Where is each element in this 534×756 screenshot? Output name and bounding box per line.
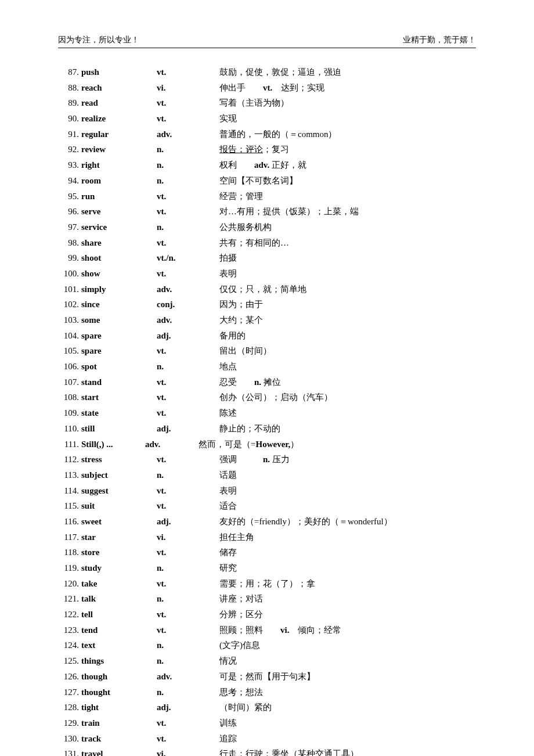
entry-word: shoot xyxy=(79,250,157,266)
entry-definition: 报告；评论；复习 xyxy=(219,142,476,157)
entry-definition: 共有；有相同的… xyxy=(219,235,476,251)
header-right: 业精于勤，荒于嬉！ xyxy=(403,35,476,45)
entry-definition: (文字)信息 xyxy=(219,638,476,653)
vocab-entry: 124.textn.(文字)信息 xyxy=(58,638,476,653)
entry-number: 101. xyxy=(58,282,79,297)
entry-number: 112. xyxy=(58,452,79,467)
entry-number: 126. xyxy=(58,669,79,685)
entry-definition: 研究 xyxy=(219,560,476,576)
entry-number: 120. xyxy=(58,576,79,592)
entry-definition: 经营；管理 xyxy=(219,189,476,204)
entry-definition: 静止的；不动的 xyxy=(219,421,476,437)
vocab-entry: 122.tellvt.分辨；区分 xyxy=(58,607,476,622)
entry-pos: n. xyxy=(157,219,219,235)
entry-number: 107. xyxy=(58,375,79,390)
entry-word: suit xyxy=(79,498,157,514)
entry-word: tell xyxy=(79,607,157,622)
entry-pos: adj. xyxy=(157,514,219,530)
entry-definition: 情况 xyxy=(219,653,476,669)
entry-word: realize xyxy=(79,111,157,127)
entry-number: 113. xyxy=(58,467,79,483)
entry-number: 123. xyxy=(58,622,79,638)
entry-definition: 空间【不可数名词】 xyxy=(219,173,476,189)
entry-definition: 友好的（=friendly）；美好的（＝wonderful） xyxy=(219,514,476,530)
entry-definition: 公共服务机构 xyxy=(219,219,476,235)
entry-pos: vt. xyxy=(157,545,219,560)
entry-number: 119. xyxy=(58,560,79,576)
vocab-entry: 105.sparevt.留出（时间） xyxy=(58,343,476,359)
entry-definition: 写着（主语为物） xyxy=(219,95,476,111)
entry-word: reach xyxy=(79,80,157,96)
vocab-entry: 129.trainvt.训练 xyxy=(58,715,476,731)
entry-definition: （时间）紧的 xyxy=(219,700,476,715)
entry-pos: vt. xyxy=(157,111,219,127)
entry-definition: 可是；然而【用于句末】 xyxy=(219,669,476,685)
entry-word: read xyxy=(79,95,157,111)
entry-word: regular xyxy=(79,127,157,142)
entry-definition: 权利 adv. 正好，就 xyxy=(219,157,476,173)
vocab-entry: 106.spotn.地点 xyxy=(58,359,476,375)
entry-word: Still(,) ... xyxy=(79,437,145,452)
entry-pos: adv. xyxy=(157,669,219,685)
vocab-entry: 119.studyn.研究 xyxy=(58,560,476,576)
vocab-entry: 101.simplyadv.仅仅；只，就；简单地 xyxy=(58,282,476,297)
vocab-entry: 90.realizevt.实现 xyxy=(58,111,476,127)
vocab-entry: 126.thoughadv.可是；然而【用于句末】 xyxy=(58,669,476,685)
entry-word: some xyxy=(79,312,157,328)
entry-number: 128. xyxy=(58,700,79,715)
page-header: 因为专注，所以专业！ 业精于勤，荒于嬉！ xyxy=(58,35,476,48)
entry-pos: n. xyxy=(157,157,219,173)
entry-definition: 担任主角 xyxy=(219,530,476,545)
entry-word: thought xyxy=(79,685,157,700)
entry-word: run xyxy=(79,189,157,204)
entry-number: 130. xyxy=(58,731,79,747)
entry-word: take xyxy=(79,576,157,592)
vocab-entry: 91.regularadv.普通的，一般的（＝common） xyxy=(58,127,476,142)
vocab-entry: 93.rightn.权利 adv. 正好，就 xyxy=(58,157,476,173)
entry-word: spot xyxy=(79,359,157,375)
vocab-entry: 109.statevt.陈述 xyxy=(58,405,476,421)
entry-number: 90. xyxy=(58,111,79,127)
entry-word: talk xyxy=(79,591,157,607)
entry-word: things xyxy=(79,653,157,669)
entry-word: subject xyxy=(79,467,157,483)
entry-pos: vt./n. xyxy=(157,250,219,266)
entry-pos: vi. xyxy=(157,80,219,96)
entry-word: still xyxy=(79,421,157,437)
vocab-entry: 88.reachvi.伸出手 vt. 达到；实现 xyxy=(58,80,476,96)
vocab-entry: 112.stressvt.强调 n. 压力 xyxy=(58,452,476,467)
vocab-entry: 100.showvt.表明 xyxy=(58,266,476,282)
entry-definition: 训练 xyxy=(219,715,476,731)
entry-pos: n. xyxy=(157,173,219,189)
entry-word: spare xyxy=(79,328,157,344)
entry-number: 131. xyxy=(58,746,79,756)
vocab-entry: 96.servevt.对…有用；提供（饭菜）；上菜，端 xyxy=(58,204,476,219)
entry-definition: 伸出手 vt. 达到；实现 xyxy=(219,80,476,96)
vocab-entry: 87.pushvt.鼓励，促使，敦促；逼迫，强迫 xyxy=(58,64,476,80)
vocab-entry: 121.talkn.讲座；对话 xyxy=(58,591,476,607)
entry-number: 92. xyxy=(58,142,79,157)
entry-number: 122. xyxy=(58,607,79,622)
vocab-entry: 116.sweetadj.友好的（=friendly）；美好的（＝wonderf… xyxy=(58,514,476,530)
entry-number: 100. xyxy=(58,266,79,282)
entry-definition: 普通的，一般的（＝common） xyxy=(219,127,476,142)
vocab-entry: 110.stilladj.静止的；不动的 xyxy=(58,421,476,437)
entry-word: show xyxy=(79,266,157,282)
entry-pos: adv. xyxy=(157,312,219,328)
entry-word: stand xyxy=(79,375,157,390)
entry-word: travel xyxy=(79,746,157,756)
entry-pos: vi. xyxy=(157,530,219,545)
entry-definition: 实现 xyxy=(219,111,476,127)
entry-word: study xyxy=(79,560,157,576)
vocabulary-list: 87.pushvt.鼓励，促使，敦促；逼迫，强迫88.reachvi.伸出手 v… xyxy=(58,64,476,756)
entry-definition: 追踪 xyxy=(219,731,476,747)
entry-pos: vt. xyxy=(157,95,219,111)
vocab-entry: 120.takevt.需要；用；花（了）；拿 xyxy=(58,576,476,592)
entry-number: 106. xyxy=(58,359,79,375)
entry-pos: vt. xyxy=(157,266,219,282)
entry-word: suggest xyxy=(79,483,157,499)
entry-definition: 因为；由于 xyxy=(219,297,476,312)
entry-pos: adj. xyxy=(157,700,219,715)
entry-definition: 表明 xyxy=(219,483,476,499)
vocab-entry: 104.spareadj.备用的 xyxy=(58,328,476,344)
